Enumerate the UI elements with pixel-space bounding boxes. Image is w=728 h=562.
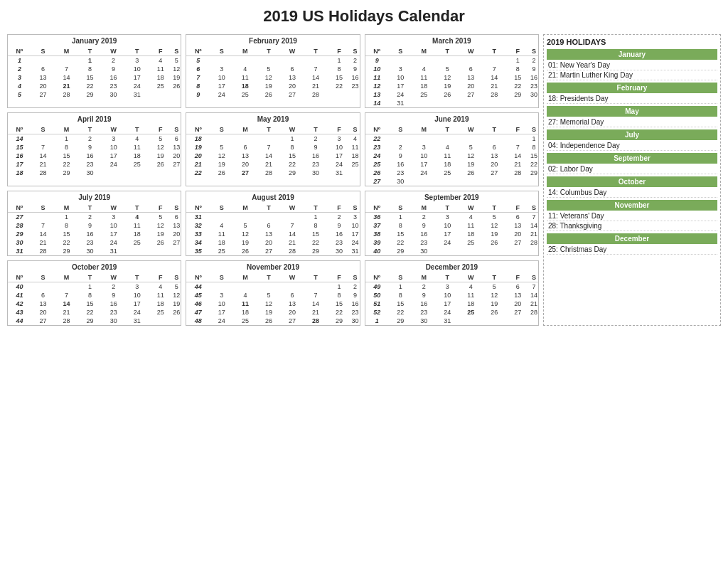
holiday-item: 11: Veterans' Day (547, 211, 717, 221)
holiday-item: 01: New Year's Day (547, 60, 717, 70)
holidays-list: January01: New Year's Day21: Martin Luth… (547, 49, 717, 255)
calendar-april: April 2019 NºSMTWTFS 14 123456 15 789101… (7, 112, 181, 186)
holiday-item: 02: Labor Day (547, 164, 717, 174)
holiday-month-december: December (547, 233, 717, 244)
calendar-june: June 2019 NºSMTWTFS 22 1 23 2345678 (365, 112, 539, 186)
holiday-item: 25: Christmas Day (547, 245, 717, 255)
holiday-item: 21: Martin Luther King Day (547, 70, 717, 80)
page-title: 2019 US Holidays Calendar (7, 7, 721, 26)
calendar-august: August 2019 NºSMTWTFS 31 123 32 45678910 (186, 191, 360, 256)
holiday-item: 28: Thanksgiving (547, 221, 717, 231)
calendar-march: March 2019 NºSMTWTFS 9 12 10 3456789 (365, 34, 539, 108)
calendar-september: September 2019 NºSMTWTFS 36 1234567 37 8… (365, 191, 539, 256)
holiday-item: 27: Memorial Day (547, 117, 717, 127)
holiday-item: 04: Independence Day (547, 141, 717, 151)
holiday-month-september: September (547, 153, 717, 164)
calendar-january: January 2019 NºSMTWTFS 1 12345 2 6789101… (7, 34, 181, 108)
holiday-month-july: July (547, 129, 717, 140)
holidays-heading: 2019 HOLIDAYS (547, 38, 717, 46)
calendars-grid: January 2019 NºSMTWTFS 1 12345 2 6789101… (7, 34, 539, 326)
holiday-month-january: January (547, 49, 717, 60)
calendar-october: October 2019 NºSMTWTFS 40 12345 41 67891… (7, 260, 181, 326)
holiday-item: 18: Presidents Day (547, 94, 717, 104)
calendar-december: December 2019 NºSMTWTFS 49 1234567 50 89… (365, 260, 539, 326)
calendar-november: November 2019 NºSMTWTFS 44 12 45 3456789 (186, 260, 360, 326)
holiday-month-may: May (547, 106, 717, 117)
calendar-july: July 2019 NºSMTWTFS 27 123456 28 7891011… (7, 191, 181, 256)
holiday-month-october: October (547, 176, 717, 187)
calendar-february: February 2019 NºSMTWTFS 5 12 6 3456789 (186, 34, 360, 108)
holidays-panel: 2019 HOLIDAYS January01: New Year's Day2… (543, 34, 721, 326)
holiday-item: 14: Columbus Day (547, 188, 717, 198)
calendar-may: May 2019 NºSMTWTFS 18 1234 19 567891011 (186, 112, 360, 186)
holiday-month-february: February (547, 83, 717, 93)
holiday-month-november: November (547, 200, 717, 211)
